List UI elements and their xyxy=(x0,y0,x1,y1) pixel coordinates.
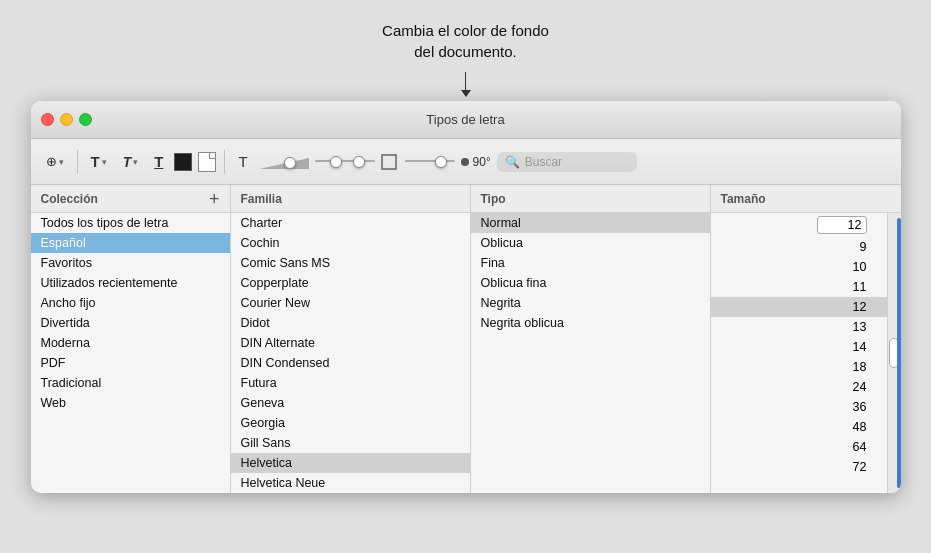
window-title: Tipos de letra xyxy=(426,112,504,127)
weight-slider-thumb-1[interactable] xyxy=(330,156,342,168)
family-header-label: Familia xyxy=(241,192,282,206)
text-cursor-button[interactable]: T xyxy=(233,150,252,173)
add-collection-button[interactable]: + xyxy=(209,190,220,208)
collection-header-label: Colección xyxy=(41,192,98,206)
collection-list-item[interactable]: Web xyxy=(31,393,230,413)
underline-icon: T xyxy=(154,153,163,170)
family-list: CharterCochinComic Sans MSCopperplateCou… xyxy=(231,213,470,493)
collection-list-item[interactable]: Tradicional xyxy=(31,373,230,393)
main-content: Colección + Todos los tipos de letraEspa… xyxy=(31,185,901,493)
collection-list-item[interactable]: Español xyxy=(31,233,230,253)
type-column: Tipo NormalOblicuaFinaOblicua finaNegrit… xyxy=(471,185,711,493)
family-list-item[interactable]: DIN Alternate xyxy=(231,333,470,353)
titlebar: Tipos de letra xyxy=(31,101,901,139)
collection-list-item[interactable]: Ancho fijo xyxy=(31,293,230,313)
family-list-item[interactable]: DIN Condensed xyxy=(231,353,470,373)
collection-header: Colección + xyxy=(31,185,230,213)
window-controls xyxy=(41,113,92,126)
size-slider-thumb[interactable] xyxy=(284,157,296,169)
size-list-item[interactable]: 10 xyxy=(711,257,887,277)
extras-icon: ⊕ xyxy=(46,154,57,169)
search-input[interactable] xyxy=(525,155,629,169)
size-header: Tamaño xyxy=(711,185,901,213)
type-list-item[interactable]: Fina xyxy=(471,253,710,273)
tooltip: Cambia el color de fondo del documento. xyxy=(382,20,549,62)
size-scrollbar[interactable] xyxy=(887,213,901,493)
font-family-button[interactable]: T ▾ xyxy=(86,150,112,173)
chevron-down-icon-3: ▾ xyxy=(133,157,138,167)
collection-list: Todos los tipos de letraEspañolFavoritos… xyxy=(31,213,230,493)
type-list-item[interactable]: Oblicua xyxy=(471,233,710,253)
extras-button[interactable]: ⊕ ▾ xyxy=(41,151,69,172)
type-list-item[interactable]: Normal xyxy=(471,213,710,233)
type-list-item[interactable]: Negrita xyxy=(471,293,710,313)
size-list-item[interactable]: 36 xyxy=(711,397,887,417)
underline-button[interactable]: T xyxy=(149,150,168,173)
search-box[interactable]: 🔍 xyxy=(497,152,637,172)
size-input[interactable] xyxy=(817,216,867,234)
tooltip-line1: Cambia el color de fondo xyxy=(382,20,549,41)
type-list-item[interactable]: Negrita oblicua xyxy=(471,313,710,333)
collection-column: Colección + Todos los tipos de letraEspa… xyxy=(31,185,231,493)
size-list-item[interactable]: 12 xyxy=(711,297,887,317)
family-list-item[interactable]: Gill Sans xyxy=(231,433,470,453)
kern-slider-thumb[interactable] xyxy=(435,156,447,168)
color-swatch[interactable] xyxy=(174,153,192,171)
family-list-item[interactable]: Helvetica Neue xyxy=(231,473,470,493)
degree-control[interactable]: 90° xyxy=(461,155,491,169)
size-list-item[interactable]: 64 xyxy=(711,437,887,457)
size-header-label: Tamaño xyxy=(721,192,766,206)
maximize-button[interactable] xyxy=(79,113,92,126)
collection-list-item[interactable]: PDF xyxy=(31,353,230,373)
family-list-item[interactable]: Geneva xyxy=(231,393,470,413)
size-list-item[interactable]: 48 xyxy=(711,417,887,437)
size-scroll-bar xyxy=(897,218,901,488)
degree-label: 90° xyxy=(473,155,491,169)
size-slider-group xyxy=(259,154,309,170)
collection-list-item[interactable]: Favoritos xyxy=(31,253,230,273)
family-list-item[interactable]: Helvetica xyxy=(231,453,470,473)
size-column: Tamaño 91011121314182436486472 xyxy=(711,185,901,493)
text-cursor-icon: T xyxy=(238,153,247,170)
type-header-label: Tipo xyxy=(481,192,506,206)
size-list-item[interactable]: 18 xyxy=(711,357,887,377)
collection-list-item[interactable]: Todos los tipos de letra xyxy=(31,213,230,233)
minimize-button[interactable] xyxy=(60,113,73,126)
close-button[interactable] xyxy=(41,113,54,126)
family-list-item[interactable]: Charter xyxy=(231,213,470,233)
collection-list-item[interactable]: Divertida xyxy=(31,313,230,333)
degree-dot-icon xyxy=(461,158,469,166)
size-list-item[interactable]: 13 xyxy=(711,317,887,337)
family-list-item[interactable]: Courier New xyxy=(231,293,470,313)
family-list-item[interactable]: Didot xyxy=(231,313,470,333)
family-list-item[interactable]: Cochin xyxy=(231,233,470,253)
family-list-item[interactable]: Georgia xyxy=(231,413,470,433)
fonts-window: Tipos de letra ⊕ ▾ T ▾ T ▾ T T xyxy=(31,101,901,493)
type-list-item[interactable]: Oblicua fina xyxy=(471,273,710,293)
size-list-item[interactable]: 11 xyxy=(711,277,887,297)
type-list: NormalOblicuaFinaOblicua finaNegritaNegr… xyxy=(471,213,710,493)
size-list-item[interactable]: 14 xyxy=(711,337,887,357)
kern-slider-track xyxy=(405,160,455,162)
page-color-button[interactable] xyxy=(198,152,216,172)
family-list-item[interactable]: Futura xyxy=(231,373,470,393)
size-list-item[interactable]: 9 xyxy=(711,237,887,257)
family-list-item[interactable]: Copperplate xyxy=(231,273,470,293)
toolbar: ⊕ ▾ T ▾ T ▾ T T xyxy=(31,139,901,185)
weight-slider-group xyxy=(315,154,375,170)
type-header: Tipo xyxy=(471,185,710,213)
family-list-item[interactable]: Comic Sans MS xyxy=(231,253,470,273)
collection-list-item[interactable]: Moderna xyxy=(31,333,230,353)
size-list-item[interactable]: 72 xyxy=(711,457,887,477)
family-header: Familia xyxy=(231,185,470,213)
separator-1 xyxy=(77,150,78,174)
separator-2 xyxy=(224,150,225,174)
font-style-button[interactable]: T ▾ xyxy=(118,151,144,173)
size-items-wrapper: 91011121314182436486472 xyxy=(711,213,901,493)
collection-list-item[interactable]: Utilizados recientemente xyxy=(31,273,230,293)
svg-rect-1 xyxy=(382,155,396,169)
weight-slider-thumb-2[interactable] xyxy=(353,156,365,168)
weight-slider-track xyxy=(315,160,375,162)
size-input-row xyxy=(711,213,887,237)
size-list-item[interactable]: 24 xyxy=(711,377,887,397)
